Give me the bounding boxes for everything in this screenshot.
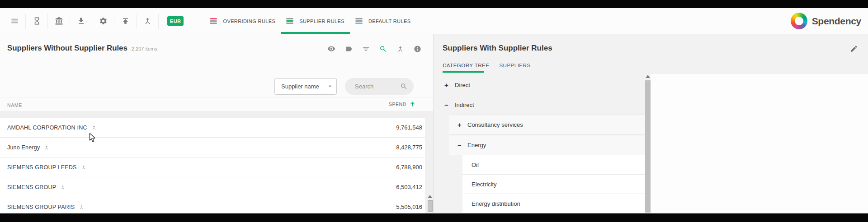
spendency-ring-icon (791, 13, 807, 29)
supplier-name: SIEMENS GROUP LEEDS (7, 164, 77, 171)
table-row[interactable]: SIEMENS GROUP LEEDS 6,788,900 (0, 157, 425, 177)
tree-node-energy-distribution[interactable]: Energy distribution (462, 194, 645, 213)
tree-node-label: Direct (455, 82, 470, 88)
hamburger-menu-icon (10, 17, 19, 25)
supplier-spend: 9,761,548 (396, 124, 422, 131)
history-button[interactable] (26, 14, 48, 29)
search-icon[interactable] (379, 45, 387, 53)
tree-node-electricity[interactable]: Electricity (462, 175, 645, 194)
merge-icon[interactable] (91, 125, 97, 130)
merge-icon[interactable] (396, 45, 404, 53)
scroll-up-icon[interactable] (646, 75, 650, 78)
supplier-spend: 5,505,016 (396, 204, 422, 210)
tree-node-indirect[interactable]: − Indirect (444, 95, 643, 115)
bottom-black-bar (0, 213, 868, 222)
suppliers-with-rules-panel: Suppliers With Supplier Rules CATEGORY T… (433, 34, 868, 213)
expand-icon[interactable]: + (458, 121, 467, 129)
import-button[interactable] (70, 14, 92, 29)
tree-node-direct[interactable]: + Direct (444, 75, 643, 95)
rules-nav-tabs: OVERRIDING RULES SUPPLIER RULES DEFAULT … (204, 8, 416, 34)
left-panel-title: Suppliers Without Supplier Rules (7, 44, 127, 53)
search-input[interactable] (355, 83, 400, 90)
left-panel-actions (327, 45, 421, 53)
column-header-name[interactable]: NAME (7, 102, 22, 108)
upload-icon (121, 17, 130, 25)
tab-label: OVERRIDING RULES (223, 18, 275, 24)
currency-button[interactable]: EUR (167, 16, 184, 26)
tag-icon[interactable] (345, 45, 353, 53)
pencil-icon (850, 45, 858, 53)
filter-field-select[interactable]: Supplier name (274, 78, 337, 95)
hamburger-menu-button[interactable] (4, 14, 26, 29)
tree-node-label: Energy distribution (472, 200, 520, 207)
merge-icon[interactable] (44, 145, 49, 150)
tree-node-oil[interactable]: Oil (462, 155, 645, 175)
supplier-spend: 6,788,900 (396, 164, 422, 171)
column-header-spend[interactable]: SPEND (389, 101, 416, 107)
tree-node-consultancy-services[interactable]: + Consultancy services (449, 115, 645, 135)
gear-icon (99, 17, 108, 25)
tree-node-label: Consultancy services (467, 121, 523, 128)
bank-icon (55, 17, 63, 25)
expand-icon[interactable]: + (444, 81, 455, 89)
scrollbar-thumb[interactable] (645, 80, 651, 213)
right-panel-scrollbar[interactable] (645, 75, 651, 213)
tree-node-label: Electricity (472, 181, 497, 188)
layers-blue-icon (355, 18, 363, 24)
scrollbar-thumb[interactable] (428, 200, 433, 212)
top-black-bar (0, 0, 868, 8)
active-tab-indicator (443, 71, 484, 73)
tree-right-spacer (651, 74, 868, 213)
supplier-rows: AMDAHL CORPORATION INC 9,761,548 Juno En… (0, 118, 425, 217)
edit-button[interactable] (850, 45, 858, 53)
export-button[interactable] (114, 14, 137, 29)
supplier-name: AMDAHL CORPORATION INC (7, 125, 87, 131)
settings-button[interactable] (92, 14, 114, 29)
tree-node-label: Oil (472, 162, 479, 168)
table-row[interactable]: AMDAHL CORPORATION INC 9,761,548 (0, 118, 425, 138)
merge-icon[interactable] (81, 165, 86, 170)
hourglass-icon (33, 17, 41, 25)
collapse-icon[interactable]: − (444, 101, 455, 109)
layers-green-icon (286, 18, 293, 24)
merge-icon (143, 17, 152, 25)
info-icon[interactable] (414, 45, 421, 53)
organization-button[interactable] (48, 14, 70, 29)
tree-node-energy[interactable]: − Energy (449, 135, 645, 155)
suppliers-without-rules-panel: Suppliers Without Supplier Rules 2,207 i… (0, 34, 433, 213)
tab-default-rules[interactable]: DEFAULT RULES (350, 8, 416, 34)
brand-logo: Spendency (791, 13, 861, 29)
left-panel-scrollbar[interactable] (427, 195, 433, 212)
supplier-name: SIEMENS GROUP (7, 184, 56, 190)
supplier-name: SIEMENS GROUP PARIS (7, 204, 75, 210)
table-row[interactable]: SIEMENS GROUP 6,503,412 (0, 177, 425, 197)
merge-tool-button[interactable] (137, 14, 159, 29)
table-row[interactable]: Juno Energy 8,428,775 (0, 138, 425, 157)
merge-icon[interactable] (79, 204, 84, 210)
table-header: NAME SPEND (0, 97, 433, 111)
download-icon (77, 17, 85, 25)
filter-icon[interactable] (362, 45, 370, 53)
scroll-up-icon[interactable] (428, 195, 432, 198)
category-tree: + Direct − Indirect + Consultancy servic… (434, 74, 868, 213)
visibility-icon[interactable] (327, 45, 335, 53)
sort-ascending-icon (409, 101, 416, 107)
layers-pink-icon (210, 18, 217, 24)
right-panel-tabs: CATEGORY TREE SUPPLIERS (443, 63, 531, 68)
active-tab-indicator (281, 32, 350, 34)
main-toolbar: EUR OVERRIDING RULES SUPPLIER RULES DEFA… (0, 8, 868, 34)
tab-category-tree[interactable]: CATEGORY TREE (443, 63, 489, 68)
tab-label: SUPPLIER RULES (299, 18, 344, 24)
merge-icon[interactable] (60, 185, 66, 190)
tab-suppliers[interactable]: SUPPLIERS (499, 63, 530, 68)
supplier-spend: 6,503,412 (396, 184, 422, 190)
tab-supplier-rules[interactable]: SUPPLIER RULES (281, 8, 350, 34)
right-panel-title: Suppliers With Supplier Rules (443, 44, 552, 53)
left-panel-header: Suppliers Without Supplier Rules 2,207 i… (7, 44, 157, 53)
items-count: 2,207 items (132, 46, 157, 51)
tree-node-label: Indirect (455, 102, 474, 108)
supplier-table: AMDAHL CORPORATION INC 9,761,548 Juno En… (0, 111, 433, 213)
search-box (345, 78, 414, 95)
tab-overriding-rules[interactable]: OVERRIDING RULES (204, 8, 281, 34)
collapse-icon[interactable]: − (458, 141, 467, 149)
